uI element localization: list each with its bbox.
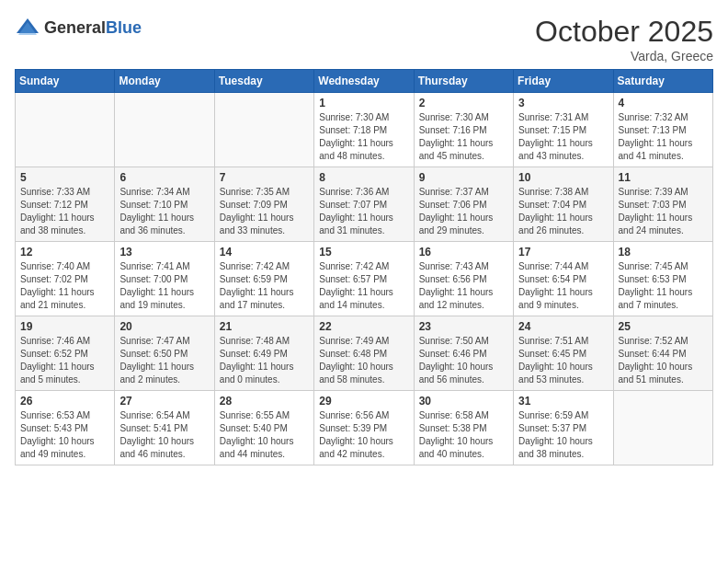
calendar-week-row: 5Sunrise: 7:33 AM Sunset: 7:12 PM Daylig… [16, 167, 713, 242]
day-info: Sunrise: 7:47 AM Sunset: 6:50 PM Dayligh… [119, 335, 209, 386]
day-number: 3 [518, 97, 608, 109]
day-number: 5 [20, 171, 109, 184]
day-info: Sunrise: 7:45 AM Sunset: 6:53 PM Dayligh… [619, 260, 708, 312]
day-number: 19 [20, 320, 109, 333]
calendar-week-row: 19Sunrise: 7:46 AM Sunset: 6:52 PM Dayli… [16, 316, 713, 391]
day-info: Sunrise: 7:52 AM Sunset: 6:44 PM Dayligh… [619, 335, 708, 386]
day-number: 27 [119, 395, 209, 408]
weekday-header: Sunday [16, 70, 115, 93]
calendar-cell: 28Sunrise: 6:55 AM Sunset: 5:40 PM Dayli… [214, 391, 313, 465]
day-number: 1 [319, 97, 408, 109]
day-info: Sunrise: 7:39 AM Sunset: 7:03 PM Dayligh… [619, 186, 708, 237]
calendar-week-row: 26Sunrise: 6:53 AM Sunset: 5:43 PM Dayli… [16, 391, 713, 465]
calendar-cell [214, 93, 313, 167]
calendar-cell: 19Sunrise: 7:46 AM Sunset: 6:52 PM Dayli… [16, 316, 115, 391]
calendar-cell: 17Sunrise: 7:44 AM Sunset: 6:54 PM Dayli… [514, 242, 613, 316]
calendar-cell: 6Sunrise: 7:34 AM Sunset: 7:10 PM Daylig… [115, 167, 214, 242]
day-info: Sunrise: 7:48 AM Sunset: 6:49 PM Dayligh… [220, 335, 309, 386]
day-number: 22 [319, 320, 408, 333]
day-number: 24 [518, 320, 608, 333]
calendar-cell: 4Sunrise: 7:32 AM Sunset: 7:13 PM Daylig… [613, 93, 712, 167]
day-info: Sunrise: 7:50 AM Sunset: 6:46 PM Dayligh… [419, 335, 508, 386]
calendar-cell: 12Sunrise: 7:40 AM Sunset: 7:02 PM Dayli… [16, 242, 115, 316]
calendar-cell: 24Sunrise: 7:51 AM Sunset: 6:45 PM Dayli… [514, 316, 613, 391]
day-info: Sunrise: 6:53 AM Sunset: 5:43 PM Dayligh… [20, 409, 109, 461]
calendar-cell: 1Sunrise: 7:30 AM Sunset: 7:18 PM Daylig… [314, 93, 414, 167]
calendar-week-row: 1Sunrise: 7:30 AM Sunset: 7:18 PM Daylig… [16, 93, 713, 167]
calendar-cell: 18Sunrise: 7:45 AM Sunset: 6:53 PM Dayli… [613, 242, 712, 316]
day-number: 7 [220, 171, 309, 184]
day-info: Sunrise: 7:41 AM Sunset: 7:00 PM Dayligh… [119, 260, 209, 312]
calendar-cell: 11Sunrise: 7:39 AM Sunset: 7:03 PM Dayli… [613, 167, 712, 242]
calendar-cell: 27Sunrise: 6:54 AM Sunset: 5:41 PM Dayli… [115, 391, 214, 465]
day-info: Sunrise: 7:40 AM Sunset: 7:02 PM Dayligh… [20, 260, 109, 312]
day-info: Sunrise: 6:55 AM Sunset: 5:40 PM Dayligh… [220, 409, 309, 461]
calendar-cell: 7Sunrise: 7:35 AM Sunset: 7:09 PM Daylig… [214, 167, 313, 242]
day-number: 31 [518, 395, 608, 408]
day-info: Sunrise: 7:42 AM Sunset: 6:59 PM Dayligh… [220, 260, 309, 312]
day-number: 8 [319, 171, 408, 184]
location-title: Varda, Greece [535, 49, 713, 63]
weekday-header: Monday [115, 70, 214, 93]
page-header: GeneralBlue October 2025 Varda, Greece [15, 15, 713, 63]
day-number: 14 [220, 246, 309, 259]
calendar-cell: 25Sunrise: 7:52 AM Sunset: 6:44 PM Dayli… [613, 316, 712, 391]
calendar-cell: 31Sunrise: 6:59 AM Sunset: 5:37 PM Dayli… [514, 391, 613, 465]
day-info: Sunrise: 7:37 AM Sunset: 7:06 PM Dayligh… [419, 186, 508, 237]
day-info: Sunrise: 7:51 AM Sunset: 6:45 PM Dayligh… [518, 335, 608, 386]
day-info: Sunrise: 7:44 AM Sunset: 6:54 PM Dayligh… [518, 260, 608, 312]
logo-icon [15, 15, 40, 40]
day-number: 26 [20, 395, 109, 408]
day-number: 13 [119, 246, 209, 259]
weekday-header: Friday [514, 70, 613, 93]
day-number: 10 [518, 171, 608, 184]
weekday-header: Tuesday [214, 70, 313, 93]
calendar-cell: 3Sunrise: 7:31 AM Sunset: 7:15 PM Daylig… [514, 93, 613, 167]
title-block: October 2025 Varda, Greece [535, 15, 713, 63]
day-info: Sunrise: 7:43 AM Sunset: 6:56 PM Dayligh… [419, 260, 508, 312]
day-info: Sunrise: 6:58 AM Sunset: 5:38 PM Dayligh… [419, 409, 508, 461]
day-info: Sunrise: 7:49 AM Sunset: 6:48 PM Dayligh… [319, 335, 408, 386]
day-info: Sunrise: 7:30 AM Sunset: 7:16 PM Dayligh… [419, 111, 508, 163]
day-number: 9 [419, 171, 508, 184]
day-number: 20 [119, 320, 209, 333]
calendar: SundayMondayTuesdayWednesdayThursdayFrid… [15, 69, 713, 465]
logo-general: General [44, 18, 106, 37]
calendar-cell: 23Sunrise: 7:50 AM Sunset: 6:46 PM Dayli… [414, 316, 513, 391]
calendar-cell: 22Sunrise: 7:49 AM Sunset: 6:48 PM Dayli… [314, 316, 414, 391]
calendar-cell: 30Sunrise: 6:58 AM Sunset: 5:38 PM Dayli… [414, 391, 513, 465]
day-info: Sunrise: 7:31 AM Sunset: 7:15 PM Dayligh… [518, 111, 608, 163]
calendar-week-row: 12Sunrise: 7:40 AM Sunset: 7:02 PM Dayli… [16, 242, 713, 316]
day-number: 30 [419, 395, 508, 408]
day-number: 15 [319, 246, 408, 259]
calendar-cell: 8Sunrise: 7:36 AM Sunset: 7:07 PM Daylig… [314, 167, 414, 242]
calendar-cell: 21Sunrise: 7:48 AM Sunset: 6:49 PM Dayli… [214, 316, 313, 391]
day-info: Sunrise: 7:36 AM Sunset: 7:07 PM Dayligh… [319, 186, 408, 237]
weekday-header: Saturday [613, 70, 712, 93]
calendar-cell [613, 391, 712, 465]
day-info: Sunrise: 6:59 AM Sunset: 5:37 PM Dayligh… [518, 409, 608, 461]
day-info: Sunrise: 7:35 AM Sunset: 7:09 PM Dayligh… [220, 186, 309, 237]
calendar-cell [16, 93, 115, 167]
calendar-cell: 10Sunrise: 7:38 AM Sunset: 7:04 PM Dayli… [514, 167, 613, 242]
day-number: 29 [319, 395, 408, 408]
day-info: Sunrise: 7:30 AM Sunset: 7:18 PM Dayligh… [319, 111, 408, 163]
calendar-cell: 14Sunrise: 7:42 AM Sunset: 6:59 PM Dayli… [214, 242, 313, 316]
calendar-cell: 9Sunrise: 7:37 AM Sunset: 7:06 PM Daylig… [414, 167, 513, 242]
weekday-header-row: SundayMondayTuesdayWednesdayThursdayFrid… [16, 70, 713, 93]
day-number: 18 [619, 246, 708, 259]
weekday-header: Wednesday [314, 70, 414, 93]
month-title: October 2025 [535, 15, 713, 49]
day-number: 6 [119, 171, 209, 184]
calendar-cell: 20Sunrise: 7:47 AM Sunset: 6:50 PM Dayli… [115, 316, 214, 391]
day-info: Sunrise: 7:42 AM Sunset: 6:57 PM Dayligh… [319, 260, 408, 312]
day-number: 4 [619, 97, 708, 109]
day-info: Sunrise: 7:46 AM Sunset: 6:52 PM Dayligh… [20, 335, 109, 386]
logo: GeneralBlue [15, 15, 142, 40]
day-number: 2 [419, 97, 508, 109]
calendar-cell: 5Sunrise: 7:33 AM Sunset: 7:12 PM Daylig… [16, 167, 115, 242]
calendar-cell: 16Sunrise: 7:43 AM Sunset: 6:56 PM Dayli… [414, 242, 513, 316]
day-number: 11 [619, 171, 708, 184]
day-number: 25 [619, 320, 708, 333]
calendar-cell: 26Sunrise: 6:53 AM Sunset: 5:43 PM Dayli… [16, 391, 115, 465]
